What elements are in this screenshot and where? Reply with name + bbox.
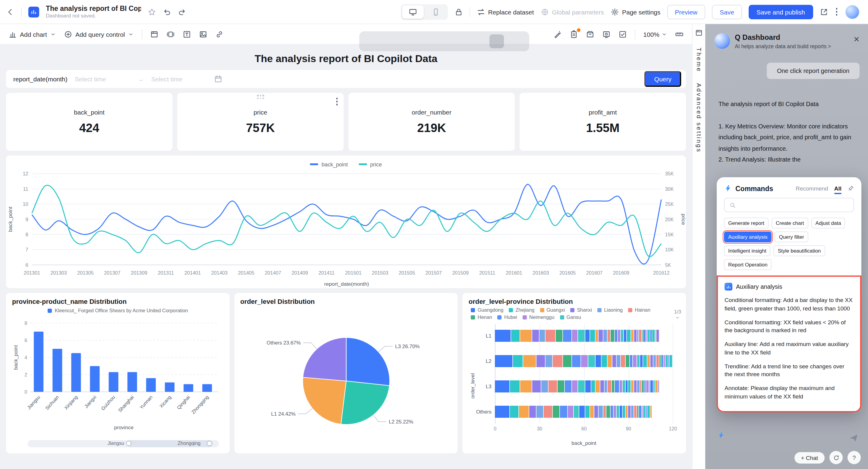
tab-all[interactable]: All: [834, 185, 841, 192]
command-chip-intelligent-insight[interactable]: Intelligent insight: [724, 245, 771, 256]
command-chip-style-beautification[interactable]: Style beautification: [774, 245, 825, 256]
carousel-icon[interactable]: [167, 30, 175, 38]
legend-item[interactable]: Kleencut_ Forged Office Shears by Acme U…: [48, 308, 188, 313]
bar[interactable]: [202, 384, 212, 392]
collapse-panel-icon[interactable]: [695, 29, 703, 37]
pie-slice-L1[interactable]: [303, 377, 346, 424]
bar[interactable]: [34, 332, 43, 392]
tab-recommend[interactable]: Recommend: [796, 185, 828, 192]
bar[interactable]: [184, 384, 193, 392]
stacked-chart-card[interactable]: order_level-province Distribution 1/3 Gu…: [463, 293, 686, 453]
kpi-card-back-point[interactable]: back_point 424: [6, 93, 173, 151]
stacked-bar-L1[interactable]: [495, 330, 659, 342]
checklist-icon[interactable]: [618, 30, 627, 38]
mobile-mode-toggle[interactable]: [425, 5, 446, 19]
command-chip-generate-report[interactable]: Generate report: [724, 218, 769, 228]
suggestion-item[interactable]: Auxiliary line: Add a red maximum value …: [724, 340, 854, 356]
ruler-icon[interactable]: [675, 30, 684, 38]
lock-icon[interactable]: [454, 7, 463, 16]
help-button[interactable]: ?: [847, 451, 861, 464]
legend-item-Zhejiang[interactable]: Zhejiang: [509, 307, 534, 313]
stacked-bar-Others[interactable]: [495, 406, 652, 418]
query-button[interactable]: Query: [645, 71, 681, 87]
back-icon[interactable]: [6, 7, 14, 16]
bar-chart-card[interactable]: province-product_name Distribution Kleen…: [6, 293, 229, 453]
command-chip-auxiliary-analysis[interactable]: Auxiliary analysis: [724, 231, 772, 242]
pie-slice-L3[interactable]: [346, 338, 390, 386]
kpi-card-order-number[interactable]: order_number 219K: [348, 93, 515, 151]
share-export-icon[interactable]: [819, 7, 828, 16]
add-chart-button[interactable]: Add chart: [8, 30, 56, 38]
pin-icon[interactable]: [847, 185, 854, 192]
legend-pager[interactable]: 1/3: [674, 309, 681, 320]
legend-item-Guangxi[interactable]: Guangxi: [540, 307, 565, 313]
preview-monitor-icon[interactable]: [602, 30, 611, 38]
command-chip-adjust-data[interactable]: Adjust data: [811, 218, 845, 228]
image-icon[interactable]: [199, 30, 208, 38]
pie-slice-Others[interactable]: [303, 338, 346, 381]
pie-slice-L2[interactable]: [341, 381, 390, 425]
commands-search-input[interactable]: [739, 201, 849, 209]
legend-item-Hubei[interactable]: Hubei: [498, 315, 517, 320]
zoom-track[interactable]: Jiangsu Zhongqing: [28, 440, 218, 447]
zoom-control[interactable]: 100%: [643, 30, 667, 38]
legend-item-back-point[interactable]: back_point: [310, 162, 348, 167]
suggestion-item[interactable]: Annotate: Please display the maximum and…: [724, 384, 854, 401]
favorite-star-icon[interactable]: [148, 7, 156, 16]
calendar-icon[interactable]: [214, 75, 222, 83]
device-toggle[interactable]: [401, 4, 447, 20]
kpi-card-profit-amt[interactable]: profit_amt 1.55M: [520, 93, 686, 151]
tab-theme[interactable]: Theme: [695, 48, 702, 72]
undo-icon[interactable]: [163, 7, 171, 16]
stacked-bar-L3[interactable]: [495, 380, 659, 393]
bar[interactable]: [165, 382, 175, 392]
save-and-publish-button[interactable]: Save and publish: [749, 4, 813, 19]
bar[interactable]: [109, 372, 119, 392]
legend-item-Hainan[interactable]: Hainan: [628, 307, 650, 313]
legend-item-Gansu[interactable]: Gansu: [560, 315, 581, 320]
text-box-icon[interactable]: [183, 30, 191, 38]
page-settings-button[interactable]: Page settings: [611, 7, 660, 16]
tab-container-icon[interactable]: [150, 30, 159, 38]
suggestion-item[interactable]: Trendline: Add a trend line to see chang…: [724, 362, 854, 379]
desktop-mode-toggle[interactable]: [402, 5, 424, 19]
one-click-report-button[interactable]: One click report generation: [767, 63, 860, 79]
chat-button[interactable]: + Chat: [794, 452, 825, 463]
archive-box-icon[interactable]: [586, 30, 594, 38]
commands-search[interactable]: [724, 198, 854, 212]
bar[interactable]: [71, 353, 81, 392]
refresh-button[interactable]: [830, 451, 843, 464]
close-icon[interactable]: [853, 36, 860, 43]
pie-chart-card[interactable]: order_level Distribution L3 26.70%L2 25.…: [234, 293, 458, 453]
legend-item-Shanxi[interactable]: Shanxi: [570, 307, 592, 313]
drag-handle-icon[interactable]: [257, 95, 264, 99]
start-date-input[interactable]: [73, 75, 131, 83]
link-icon[interactable]: [216, 30, 224, 38]
legend-item-Neimenggu[interactable]: Neimenggu: [523, 315, 555, 320]
zoom-handle-right[interactable]: [207, 441, 212, 446]
command-chip-query-filter[interactable]: Query filter: [775, 231, 808, 242]
data-zoom-slider[interactable]: Jiangsu Zhongqing: [28, 440, 218, 447]
trend-chart-card[interactable]: back_point price 67891011125K10K15K20K25…: [6, 156, 686, 288]
assistant-subtitle[interactable]: AI helps analyze data and build reports …: [735, 43, 831, 50]
user-avatar[interactable]: [845, 4, 860, 19]
bar[interactable]: [127, 372, 137, 392]
preview-button[interactable]: Preview: [667, 4, 705, 19]
add-query-control-button[interactable]: Add query control: [64, 30, 134, 38]
replace-dataset-button[interactable]: Replace dataset: [476, 7, 534, 16]
redo-icon[interactable]: [178, 7, 186, 16]
legend-item-Guangdong[interactable]: Guangdong: [471, 307, 504, 313]
bar[interactable]: [146, 378, 156, 392]
command-chip-report-operation[interactable]: Report Operation: [724, 259, 772, 270]
style-wand-icon[interactable]: [553, 30, 562, 38]
legend-item-price[interactable]: price: [359, 162, 382, 167]
suggestion-item[interactable]: Conditional formatting: Add a bar displa…: [724, 296, 854, 313]
stacked-bar-L2[interactable]: [495, 355, 673, 367]
bar[interactable]: [53, 349, 62, 392]
save-button[interactable]: Save: [712, 4, 742, 19]
card-menu-icon[interactable]: [335, 96, 339, 106]
legend-item-Henan[interactable]: Henan: [471, 315, 492, 320]
tab-advanced-settings[interactable]: Advanced settings: [695, 83, 702, 153]
command-chip-create-chart[interactable]: Create chart: [772, 218, 808, 228]
suggestion-item[interactable]: Conditional formatting: XX field values …: [724, 318, 854, 335]
